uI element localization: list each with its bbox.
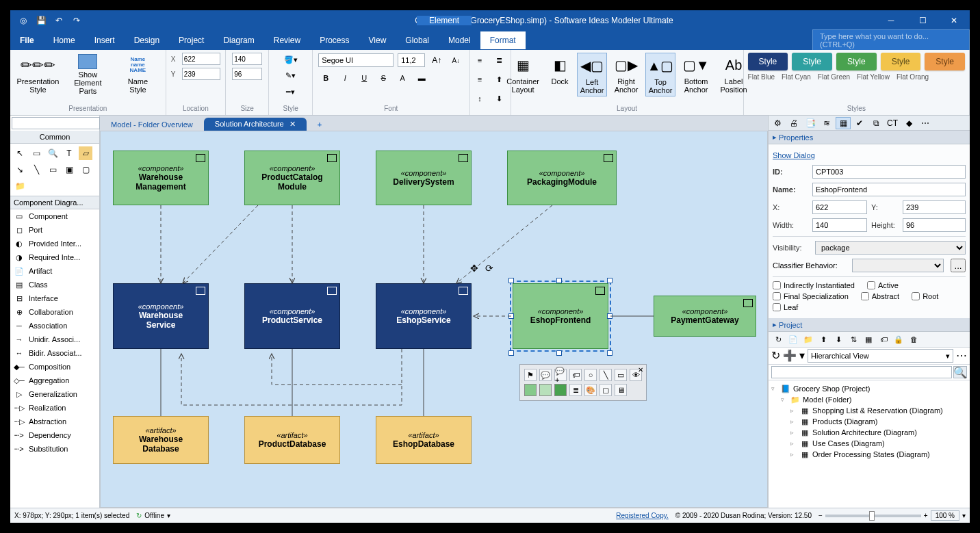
- toolbox-item[interactable]: ┄>Substitution: [10, 442, 99, 456]
- rp-layout-icon[interactable]: 📑: [803, 117, 818, 129]
- tree-diagram-item[interactable]: ▹▦Use Cases (Diagram): [771, 438, 967, 449]
- tree-diagram-item[interactable]: ▹▦Products (Diagram): [771, 416, 967, 427]
- pt-refresh-icon[interactable]: ↻: [771, 333, 785, 346]
- zoom-in-button[interactable]: +: [924, 512, 928, 519]
- toolbox-item[interactable]: ◇─Aggregation: [10, 374, 99, 387]
- tree-project[interactable]: ▿📘Grocery Shop (Project): [771, 383, 967, 394]
- menu-global[interactable]: Global: [396, 31, 439, 49]
- toolbox-item[interactable]: ▤Class: [10, 278, 99, 291]
- prop-browse-button[interactable]: ...: [951, 259, 966, 272]
- pt-down-icon[interactable]: ⬇: [831, 333, 845, 346]
- left-anchor-button[interactable]: ◀▢Left Anchor: [577, 53, 607, 96]
- pt-lock-icon[interactable]: 🔒: [892, 333, 905, 346]
- prop-width-input[interactable]: [812, 218, 867, 232]
- cb-leaf[interactable]: Leaf: [773, 303, 798, 311]
- select-tool[interactable]: ▭: [29, 146, 43, 160]
- rp-styles-icon[interactable]: ▦: [836, 117, 851, 129]
- style-flat-yellow[interactable]: Style: [881, 53, 921, 70]
- menu-project[interactable]: Project: [169, 31, 214, 49]
- prop-y-input[interactable]: [903, 200, 966, 214]
- font-name-combo[interactable]: [318, 53, 394, 67]
- y-input[interactable]: [182, 68, 220, 80]
- pv-refresh-icon[interactable]: ↻: [771, 349, 780, 363]
- st-box-icon[interactable]: ▢: [599, 384, 612, 396]
- style-flat-orange[interactable]: Style: [925, 53, 965, 70]
- swatch-light-green[interactable]: [539, 384, 552, 396]
- container-tool[interactable]: ▢: [79, 163, 92, 177]
- status-offline[interactable]: ↻Offline▾: [136, 512, 170, 519]
- component-payment-gateway[interactable]: «component»PaymentGateway: [654, 296, 756, 337]
- menu-review[interactable]: Review: [264, 31, 310, 49]
- project-search-input[interactable]: [771, 366, 952, 378]
- presentation-style-button[interactable]: ✏✏✏Presentation Style: [17, 53, 58, 95]
- underline-button[interactable]: U: [357, 70, 372, 86]
- st-add-comment-icon[interactable]: 💬+: [554, 369, 567, 381]
- command-search[interactable]: Type here what you want to do... (CTRL+Q…: [812, 29, 970, 51]
- pv-add-icon[interactable]: ➕: [783, 349, 797, 363]
- cb-active[interactable]: Active: [867, 281, 899, 289]
- redo-icon[interactable]: ↷: [70, 14, 83, 27]
- cb-final-spec[interactable]: Final Specialization: [773, 292, 849, 300]
- diagram-canvas[interactable]: «component»Warehouse Management «compone…: [100, 131, 768, 508]
- toolbox-item[interactable]: →Unidir. Associ...: [10, 333, 99, 346]
- rp-more-icon[interactable]: ⋯: [918, 117, 933, 129]
- component-product-catalog[interactable]: «component»ProductCatalog Module: [244, 151, 340, 205]
- italic-button[interactable]: I: [337, 70, 352, 86]
- x-input[interactable]: [182, 53, 220, 65]
- swatch-dark-green[interactable]: [554, 384, 567, 396]
- name-style-button[interactable]: NamenameNAMEName Style: [117, 53, 158, 95]
- prop-visibility-select[interactable]: package: [815, 241, 966, 255]
- component-delivery-system[interactable]: «component»DeliverySystem: [376, 151, 472, 205]
- status-registered-link[interactable]: Registered Copy.: [616, 512, 669, 519]
- rp-stereo-icon[interactable]: ⧉: [868, 117, 884, 129]
- menu-view[interactable]: View: [359, 31, 396, 49]
- menu-model[interactable]: Model: [439, 31, 480, 49]
- menu-file[interactable]: File: [10, 31, 44, 49]
- line-style-button[interactable]: ━▾: [283, 85, 298, 99]
- line-tool[interactable]: ╲: [29, 163, 43, 177]
- artifact-eshop-database[interactable]: «artifact»EshopDatabase: [376, 416, 472, 464]
- folder-tool[interactable]: 📁: [13, 179, 27, 193]
- note-tool[interactable]: ▱: [79, 146, 92, 160]
- font-grow-icon[interactable]: A↑: [429, 53, 444, 68]
- dock-button[interactable]: ◧Dock: [547, 53, 573, 87]
- pt-up-icon[interactable]: ⬆: [816, 333, 830, 346]
- container-layout-button[interactable]: ▦Container Layout: [503, 53, 543, 95]
- zoom-slider[interactable]: [825, 515, 921, 517]
- st-circle-icon[interactable]: ○: [584, 369, 597, 381]
- rp-layers-icon[interactable]: ≋: [819, 117, 834, 129]
- component-eshop-service[interactable]: «component»EshopService: [376, 283, 472, 349]
- bottom-anchor-button[interactable]: ▢▼Bottom Anchor: [680, 53, 712, 95]
- menu-insert[interactable]: Insert: [85, 31, 125, 49]
- maximize-button[interactable]: ☐: [907, 10, 938, 31]
- toolbox-item[interactable]: ▭Component: [10, 209, 99, 223]
- close-selection-toolbar[interactable]: ✕: [638, 366, 643, 374]
- font-color-button[interactable]: A: [395, 70, 410, 86]
- component-packaging-module[interactable]: «component»PackagingModule: [507, 151, 617, 205]
- zoom-value[interactable]: 100 %: [931, 510, 959, 521]
- toolbox-item[interactable]: ┄>Dependency: [10, 428, 99, 442]
- toolbox-item[interactable]: ⊟Interface: [10, 291, 99, 305]
- rp-check-icon[interactable]: ✔: [852, 117, 867, 129]
- toolbox-search-input[interactable]: [12, 117, 100, 129]
- toolbox-item[interactable]: ┄▷Realization: [10, 401, 99, 415]
- menu-home[interactable]: Home: [44, 31, 85, 49]
- doctab-add[interactable]: +: [307, 118, 333, 131]
- toolbox-item[interactable]: ◻Port: [10, 223, 99, 237]
- resize-handle[interactable]: [607, 278, 612, 283]
- save-icon[interactable]: 💾: [35, 14, 47, 27]
- prop-id-input[interactable]: [812, 165, 966, 179]
- bold-button[interactable]: B: [318, 70, 333, 86]
- rect2-tool[interactable]: ▣: [62, 163, 76, 177]
- style-flat-blue[interactable]: Style: [748, 53, 788, 70]
- swatch-green[interactable]: [524, 384, 537, 396]
- zoom-out-button[interactable]: −: [818, 512, 823, 519]
- toolbox-item[interactable]: ─Association: [10, 319, 99, 333]
- align-left-button[interactable]: ≡: [472, 53, 487, 68]
- toolbox-item[interactable]: 📄Artifact: [10, 264, 99, 278]
- toolbox-section-head[interactable]: Component Diagra...: [10, 196, 99, 209]
- resize-handle[interactable]: [556, 350, 562, 356]
- text-tool[interactable]: T: [62, 146, 76, 160]
- prop-classifier-behavior-select[interactable]: [852, 259, 944, 272]
- doctab-model-overview[interactable]: Model - Folder Overview: [100, 118, 204, 131]
